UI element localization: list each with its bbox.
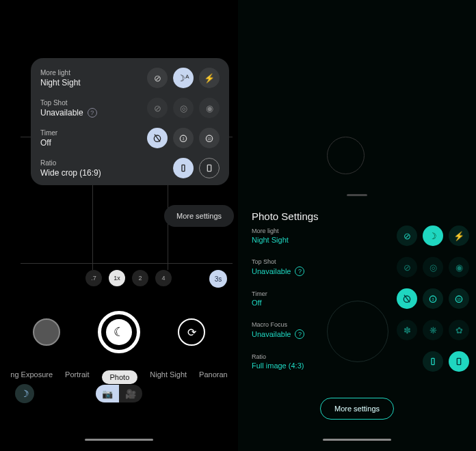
row-timer: Timer Off 3 10: [40, 128, 220, 148]
mode-strip[interactable]: ng Exposure Portrait Photo Night Sight P…: [0, 370, 238, 384]
ratio-43-icon[interactable]: [449, 351, 469, 372]
flip-camera-button[interactable]: ⟳: [178, 318, 205, 346]
topshot-off-icon: ⊘: [147, 98, 168, 118]
zoom-2x[interactable]: 2: [132, 270, 148, 286]
flash-on-icon[interactable]: ⚡: [449, 226, 469, 246]
flash-off-icon[interactable]: ⊘: [397, 226, 417, 246]
row-top-shot: Top Shot Unavailable ? ⊘ ◎ ◉: [252, 257, 469, 277]
row-macro: Macro Focus Unavailable ? ✽ ❋ ✿: [252, 320, 469, 340]
gesture-bar: [85, 439, 153, 441]
gesture-bar: [323, 439, 391, 441]
svg-rect-5: [182, 165, 185, 171]
row-more-light: More light Night Sight ⊘ ☽ ⚡: [252, 226, 469, 246]
svg-rect-12: [432, 358, 434, 364]
timer-label: Timer: [40, 129, 57, 137]
row-top-shot: Top Shot Unavailable ? ⊘ ◎ ◉: [40, 98, 220, 118]
ratio-43-icon[interactable]: [199, 158, 220, 178]
mode-panorama[interactable]: Panoran: [199, 370, 228, 384]
macro-value: Unavailable ?: [252, 329, 304, 339]
more-settings-button[interactable]: More settings: [164, 205, 234, 227]
macro-auto-icon: ❋: [423, 320, 443, 340]
shutter-button[interactable]: ☾: [98, 311, 140, 353]
row-ratio: Ratio Wide crop (16:9): [40, 158, 220, 178]
svg-rect-6: [207, 165, 211, 171]
ratio-value: Wide crop (16:9): [40, 168, 101, 178]
ratio-169-icon[interactable]: [173, 158, 194, 178]
row-ratio: Ratio Full image (4:3): [252, 351, 469, 372]
svg-text:3: 3: [432, 297, 434, 301]
more-settings-button[interactable]: More settings: [320, 398, 394, 420]
mode-photo[interactable]: Photo: [102, 370, 138, 384]
help-icon[interactable]: ?: [295, 329, 304, 339]
topshot-auto-icon: ◎: [173, 98, 194, 118]
screen-material-you: Photo Settings More light Night Sight ⊘ …: [238, 0, 476, 451]
topshot-auto-icon: ◎: [423, 257, 443, 277]
sheet-grabber[interactable]: [347, 194, 367, 196]
help-icon[interactable]: ?: [88, 108, 97, 118]
moon-icon: ☾: [114, 325, 124, 340]
timer-label: Timer: [252, 290, 267, 297]
timer-off-icon[interactable]: [397, 288, 417, 309]
svg-rect-13: [457, 358, 460, 364]
ratio-label: Ratio: [40, 159, 101, 167]
gridline: [21, 263, 233, 264]
mode-long-exposure[interactable]: ng Exposure: [10, 370, 53, 384]
timer-10s-icon[interactable]: 10: [449, 288, 469, 309]
zoom-4x[interactable]: 4: [155, 270, 172, 286]
more-light-label: More light: [40, 69, 81, 77]
ratio-label: Ratio: [252, 353, 304, 360]
ratio-value: Full image (4:3): [252, 361, 304, 370]
more-light-value: Night Sight: [40, 78, 81, 87]
timer-3s-icon[interactable]: 3: [423, 288, 443, 309]
quick-settings-panel-old: More light Night Sight ⊘ ☽ᴬ ⚡ Top Shot U…: [31, 58, 229, 185]
top-shot-value: Unavailable ?: [252, 266, 304, 276]
timer-value: Off: [40, 138, 57, 148]
photo-mode-icon[interactable]: 📷: [96, 385, 119, 402]
video-mode-icon[interactable]: 🎥: [119, 385, 142, 402]
row-timer: Timer Off 3 10: [252, 288, 469, 309]
svg-text:10: 10: [457, 298, 461, 301]
help-icon[interactable]: ?: [295, 266, 304, 276]
zoom-selector[interactable]: .7 1x 2 4: [85, 270, 172, 286]
top-shot-label: Top Shot: [252, 258, 304, 265]
mode-night-sight[interactable]: Night Sight: [150, 370, 187, 384]
macro-off-icon: ✽: [397, 320, 417, 340]
screen-old-style: More light Night Sight ⊘ ☽ᴬ ⚡ Top Shot U…: [0, 0, 238, 451]
topshot-on-icon: ◉: [449, 257, 469, 277]
photo-video-toggle[interactable]: 📷 🎥: [96, 385, 142, 402]
ratio-169-icon[interactable]: [423, 351, 443, 372]
night-sight-chip[interactable]: ☽: [15, 384, 34, 403]
timer-3s-icon[interactable]: 3: [173, 128, 194, 148]
topshot-off-icon: ⊘: [397, 257, 417, 277]
macro-on-icon: ✿: [449, 320, 469, 340]
zoom-1x[interactable]: 1x: [109, 270, 125, 286]
more-light-label: More light: [252, 228, 289, 234]
top-shot-label: Top Shot: [40, 99, 97, 107]
night-sight-auto-icon[interactable]: ☽: [423, 226, 443, 246]
timer-countdown-badge: 3s: [209, 270, 227, 288]
flash-on-icon[interactable]: ⚡: [199, 68, 220, 88]
flash-off-icon[interactable]: ⊘: [147, 68, 168, 88]
svg-text:3: 3: [183, 137, 185, 141]
timer-off-icon[interactable]: [147, 128, 168, 148]
photo-settings-title: Photo Settings: [252, 210, 319, 222]
macro-label: Macro Focus: [252, 321, 304, 328]
timer-10s-icon[interactable]: 10: [199, 128, 220, 148]
svg-text:10: 10: [207, 137, 211, 141]
zoom-07[interactable]: .7: [85, 270, 102, 286]
more-light-value: Night Sight: [252, 236, 289, 244]
gallery-thumbnail[interactable]: [33, 318, 60, 346]
night-sight-auto-icon[interactable]: ☽ᴬ: [173, 68, 194, 88]
topshot-on-icon: ◉: [199, 98, 220, 118]
mode-portrait[interactable]: Portrait: [65, 370, 89, 384]
top-shot-value: Unavailable ?: [40, 108, 97, 118]
timer-value: Off: [252, 299, 267, 307]
viewfinder-shape: [327, 137, 365, 174]
row-more-light: More light Night Sight ⊘ ☽ᴬ ⚡: [40, 68, 220, 88]
